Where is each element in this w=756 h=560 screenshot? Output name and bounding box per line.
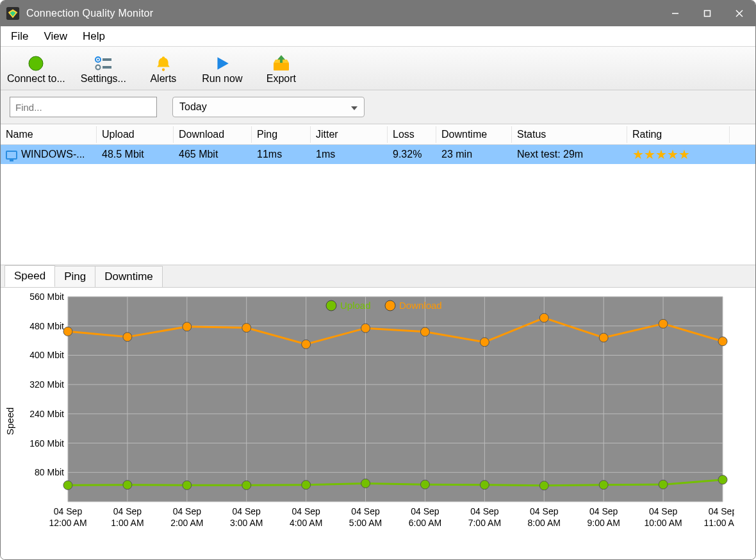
window-title: Connection Quality Monitor	[26, 8, 153, 19]
date-range-value: Today	[179, 101, 207, 113]
minimize-button[interactable]	[659, 1, 691, 26]
svg-text:7:00 AM: 7:00 AM	[468, 518, 501, 528]
svg-text:240 Mbit: 240 Mbit	[29, 409, 64, 419]
svg-text:8:00 AM: 8:00 AM	[528, 518, 561, 528]
table-header: Name Upload Download Ping Jitter Loss Do…	[1, 124, 755, 145]
export-icon	[272, 54, 291, 73]
tab-downtime[interactable]: Downtime	[95, 266, 163, 287]
svg-point-83	[63, 327, 72, 336]
col-upload[interactable]: Upload	[97, 126, 174, 143]
close-button[interactable]	[723, 1, 755, 26]
svg-text:560 Mbit: 560 Mbit	[29, 292, 64, 302]
svg-point-82	[718, 475, 727, 484]
svg-text:4:00 AM: 4:00 AM	[290, 518, 322, 528]
svg-point-90	[480, 338, 489, 347]
svg-point-81	[659, 480, 668, 489]
svg-text:04 Sep: 04 Sep	[470, 506, 499, 516]
svg-text:04 Sep: 04 Sep	[233, 506, 261, 516]
settings-label: Settings...	[81, 73, 126, 85]
svg-point-75	[302, 481, 311, 490]
svg-point-80	[599, 481, 608, 490]
svg-text:04 Sep: 04 Sep	[411, 506, 440, 516]
cell-rating: ★★★★★	[627, 145, 730, 163]
col-jitter[interactable]: Jitter	[311, 126, 388, 143]
svg-point-93	[659, 319, 668, 328]
svg-text:04 Sep: 04 Sep	[113, 506, 142, 516]
svg-point-86	[242, 324, 251, 333]
svg-point-95	[326, 301, 336, 311]
cell-ping: 11ms	[252, 146, 311, 163]
monitor-icon	[6, 151, 17, 160]
menu-view[interactable]: View	[36, 28, 75, 45]
cell-status: Next test: 29m	[512, 146, 627, 163]
svg-text:80 Mbit: 80 Mbit	[35, 467, 64, 477]
titlebar: Connection Quality Monitor	[1, 1, 755, 26]
svg-point-10	[97, 58, 99, 60]
svg-text:04 Sep: 04 Sep	[709, 506, 734, 516]
svg-text:5:00 AM: 5:00 AM	[349, 518, 382, 528]
tab-ping[interactable]: Ping	[54, 266, 95, 287]
date-range-select[interactable]: Today	[172, 97, 365, 117]
svg-point-73	[183, 481, 192, 490]
chart-panel: Speed 80 Mbit160 Mbit240 Mbit320 Mbit400…	[1, 287, 755, 559]
menubar: File View Help	[1, 26, 755, 47]
tab-speed[interactable]: Speed	[4, 265, 55, 287]
svg-text:04 Sep: 04 Sep	[649, 506, 678, 516]
find-input[interactable]	[10, 97, 157, 117]
connect-to-button[interactable]: Connect to...	[2, 49, 70, 88]
svg-text:1:00 AM: 1:00 AM	[111, 518, 144, 528]
svg-point-84	[123, 333, 132, 342]
cell-loss: 9.32%	[388, 146, 436, 163]
play-icon	[214, 54, 231, 73]
chevron-down-icon	[351, 101, 357, 113]
app-icon	[6, 6, 20, 21]
cell-upload: 48.5 Mbit	[97, 146, 174, 163]
export-button[interactable]: Export	[254, 49, 308, 88]
settings-icon	[94, 54, 113, 73]
connect-icon	[28, 54, 44, 73]
col-downtime[interactable]: Downtime	[436, 126, 512, 143]
svg-text:04 Sep: 04 Sep	[173, 506, 202, 516]
svg-point-85	[183, 322, 192, 331]
svg-text:400 Mbit: 400 Mbit	[29, 350, 64, 360]
menu-help[interactable]: Help	[75, 28, 113, 45]
svg-marker-15	[217, 57, 228, 70]
alerts-button[interactable]: Alerts	[136, 49, 190, 88]
col-status[interactable]: Status	[512, 126, 627, 143]
col-download[interactable]: Download	[174, 126, 252, 143]
settings-button[interactable]: Settings...	[76, 49, 131, 88]
bell-icon	[155, 54, 172, 73]
rating-stars: ★★★★★	[632, 148, 725, 161]
svg-point-79	[539, 481, 548, 490]
svg-text:10:00 AM: 10:00 AM	[645, 518, 682, 528]
toolbar: Connect to... Settings... Alerts	[1, 47, 755, 90]
maximize-button[interactable]	[691, 1, 723, 26]
svg-text:Upload: Upload	[340, 300, 371, 311]
svg-point-72	[123, 481, 132, 490]
connections-table: Name Upload Download Ping Jitter Loss Do…	[1, 124, 755, 265]
filter-bar: Today	[1, 90, 755, 124]
speed-chart: 80 Mbit160 Mbit240 Mbit320 Mbit400 Mbit4…	[17, 290, 734, 540]
cell-name: WINDOWS-...	[1, 146, 97, 163]
menu-file[interactable]: File	[3, 28, 36, 45]
svg-point-78	[480, 481, 489, 490]
svg-rect-19	[68, 297, 723, 502]
run-now-button[interactable]: Run now	[195, 49, 249, 88]
svg-text:04 Sep: 04 Sep	[292, 506, 320, 516]
svg-point-12	[96, 65, 101, 69]
col-rating[interactable]: Rating	[627, 126, 730, 143]
col-loss[interactable]: Loss	[388, 126, 436, 143]
col-ping[interactable]: Ping	[252, 126, 311, 143]
svg-point-92	[599, 333, 608, 342]
svg-text:480 Mbit: 480 Mbit	[29, 321, 64, 331]
svg-point-74	[242, 481, 251, 490]
alerts-label: Alerts	[150, 73, 176, 85]
table-row[interactable]: WINDOWS-... 48.5 Mbit 465 Mbit 11ms 1ms …	[1, 145, 755, 164]
svg-point-94	[718, 337, 727, 346]
connect-label: Connect to...	[7, 73, 65, 85]
col-name[interactable]: Name	[1, 126, 97, 143]
svg-rect-16	[274, 63, 289, 70]
svg-point-97	[385, 301, 395, 311]
svg-text:04 Sep: 04 Sep	[589, 506, 618, 516]
svg-point-88	[361, 324, 370, 333]
